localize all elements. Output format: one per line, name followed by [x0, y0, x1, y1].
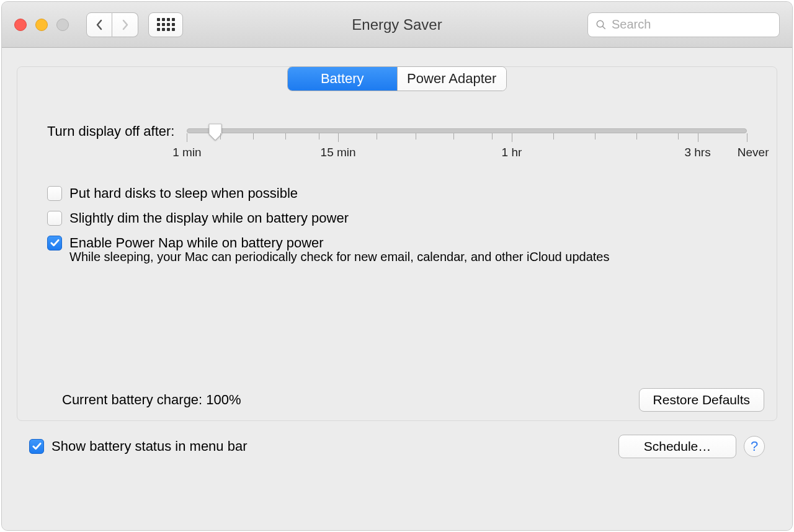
help-button[interactable]: ?: [744, 436, 765, 457]
battery-charge-text: Current battery charge: 100%: [62, 392, 241, 408]
search-field[interactable]: [587, 12, 780, 37]
chevron-right-icon: [120, 19, 130, 31]
chevron-left-icon: [94, 19, 104, 31]
display-sleep-row: Turn display off after:: [47, 121, 747, 161]
hard-disks-row: Put hard disks to sleep when possible: [47, 185, 747, 202]
restore-defaults-button[interactable]: Restore Defaults: [639, 388, 764, 412]
back-button[interactable]: [86, 12, 112, 37]
minimize-window-button[interactable]: [35, 19, 48, 31]
hard-disks-checkbox[interactable]: [47, 186, 62, 201]
dim-display-label: Slightly dim the display while on batter…: [69, 210, 349, 226]
menu-bar-checkbox[interactable]: [29, 439, 44, 454]
tick-never: Never: [738, 146, 769, 159]
help-icon: ?: [751, 438, 758, 454]
slider-tick-labels: 1 min 15 min 1 hr 3 hrs Never: [187, 144, 747, 161]
tick-15min: 15 min: [321, 146, 356, 159]
forward-button[interactable]: [112, 12, 138, 37]
tabs: Battery Power Adapter: [287, 66, 507, 91]
maximize-window-button[interactable]: [56, 19, 69, 31]
tick-3hrs: 3 hrs: [684, 146, 710, 159]
traffic-lights: [14, 19, 69, 31]
titlebar: Energy Saver: [2, 2, 792, 48]
tick-1min: 1 min: [172, 146, 201, 159]
grid-icon: [157, 18, 175, 31]
hard-disks-label: Put hard disks to sleep when possible: [69, 185, 298, 202]
window-footer: Show battery status in menu bar Schedule…: [29, 435, 765, 458]
svg-point-0: [597, 20, 604, 27]
tab-power-adapter[interactable]: Power Adapter: [397, 67, 507, 91]
window: Energy Saver Battery Power Adapter Turn …: [1, 1, 793, 531]
schedule-button[interactable]: Schedule…: [618, 435, 736, 458]
dim-display-row: Slightly dim the display while on batter…: [47, 210, 747, 226]
options: Put hard disks to sleep when possible Sl…: [47, 185, 747, 264]
show-all-button[interactable]: [148, 12, 183, 37]
svg-line-1: [602, 26, 605, 29]
power-nap-label: Enable Power Nap while on battery power: [69, 235, 324, 251]
settings-panel: Battery Power Adapter Turn display off a…: [17, 66, 777, 421]
power-nap-row: Enable Power Nap while on battery power: [47, 235, 747, 251]
panel-footer: Current battery charge: 100% Restore Def…: [62, 388, 764, 412]
display-sleep-label: Turn display off after:: [47, 121, 174, 140]
tick-1hr: 1 hr: [502, 146, 522, 159]
nav-buttons: [86, 12, 138, 37]
search-icon: [596, 19, 607, 30]
close-window-button[interactable]: [14, 19, 27, 31]
search-input[interactable]: [612, 17, 772, 32]
dim-display-checkbox[interactable]: [47, 211, 62, 226]
power-nap-checkbox[interactable]: [47, 236, 62, 250]
menu-bar-label: Show battery status in menu bar: [51, 438, 248, 454]
slider-track: [187, 128, 747, 133]
slider-ticks: [187, 133, 747, 144]
power-nap-description: While sleeping, your Mac can periodicall…: [69, 250, 747, 264]
content: Battery Power Adapter Turn display off a…: [2, 48, 792, 530]
tab-battery[interactable]: Battery: [288, 67, 397, 91]
display-sleep-slider[interactable]: 1 min 15 min 1 hr 3 hrs Never: [187, 121, 747, 161]
